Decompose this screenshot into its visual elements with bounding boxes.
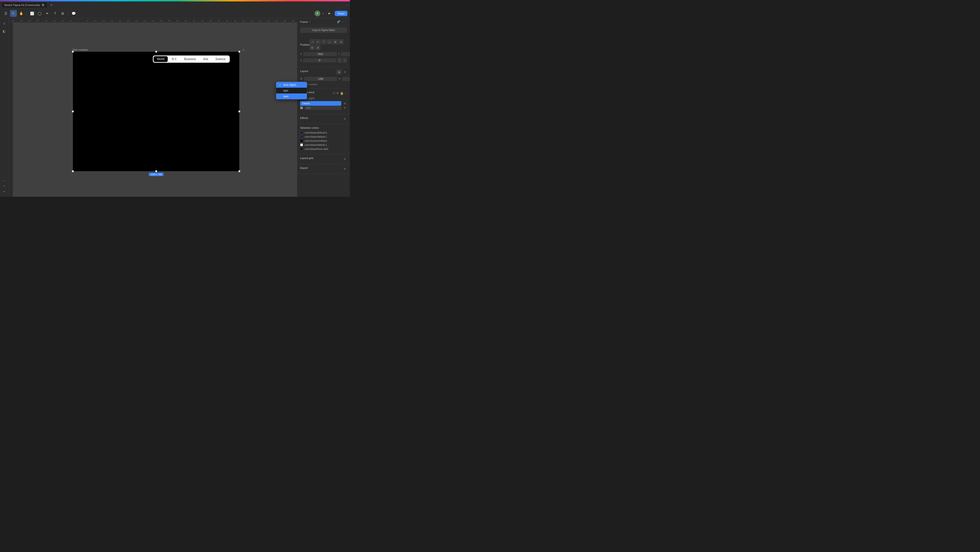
copy-slides-button[interactable]: Copy to Figma Slides xyxy=(300,27,347,33)
tab-arts[interactable]: Arts xyxy=(200,56,212,62)
color-swatch-3[interactable] xyxy=(300,139,303,142)
ruler-mark: 400 xyxy=(141,21,149,22)
corner-handle-br[interactable] xyxy=(239,170,240,172)
lock-icon[interactable]: 🔒 xyxy=(340,92,344,95)
w-input[interactable] xyxy=(304,77,337,81)
color-swatch-4[interactable] xyxy=(300,143,303,146)
mode-indicator[interactable]: ✓ Auto (light) xyxy=(300,97,347,100)
wh-row: W H 🔒 xyxy=(300,76,347,81)
stroke-add-button[interactable]: + xyxy=(343,106,347,110)
frame-container[interactable]: 1280 × 768 World N.Y. Business Arts Scie… xyxy=(73,51,240,171)
tokens-add-button[interactable]: + xyxy=(343,102,347,106)
layout-title: Layout xyxy=(300,70,308,73)
hand-icon[interactable]: ✋ xyxy=(18,10,24,17)
ruler-mark: 450 xyxy=(149,21,157,22)
h-input[interactable] xyxy=(342,77,350,81)
tab-close-button[interactable]: × xyxy=(41,3,45,6)
more-icon[interactable]: ··· xyxy=(345,3,348,7)
x-input[interactable] xyxy=(303,52,337,56)
link-icon[interactable]: 🔗 xyxy=(337,20,340,23)
pen-tool-icon[interactable]: ✒ xyxy=(44,10,51,17)
checkbox-icon[interactable]: ☐ xyxy=(332,92,335,95)
handle-mid-bottom[interactable] xyxy=(155,170,157,172)
more-options-icon[interactable]: ··· xyxy=(345,21,347,23)
dropdown-item-dark[interactable]: dark xyxy=(276,94,307,99)
layers-icon[interactable]: ≡ xyxy=(1,20,8,27)
x-label: X xyxy=(300,53,302,56)
share-button[interactable]: Share xyxy=(335,11,347,16)
zoom-out-icon[interactable]: − xyxy=(1,177,8,184)
color-swatch-1[interactable] xyxy=(300,131,303,134)
tab-label: NextUI Figma Kit (Community) xyxy=(4,3,40,6)
user-avatar: A xyxy=(315,11,320,16)
effects-add-button[interactable]: + xyxy=(343,117,347,121)
stroke-color-swatch[interactable] xyxy=(300,106,303,109)
grid-icon[interactable]: ⊞ xyxy=(336,70,342,75)
ruler-mark: 750 xyxy=(198,21,206,22)
layout-add-button[interactable]: + xyxy=(343,70,347,74)
text-tool-icon[interactable]: T xyxy=(52,10,58,17)
color-row-3: colors/common/black xyxy=(300,139,347,142)
ruler-mark: -300 xyxy=(25,21,33,22)
color-name-4: colors/base/default-1... xyxy=(304,144,329,146)
layout-grid-add-button[interactable]: + xyxy=(343,157,347,161)
zoom-in-icon[interactable]: + xyxy=(1,188,8,195)
export-add-button[interactable]: + xyxy=(343,167,347,171)
selection-colors-section: Selection colors colors/base/default-5..… xyxy=(297,124,350,154)
add-tab-button[interactable]: + xyxy=(49,2,54,8)
appearance-more-icon[interactable]: ··· xyxy=(345,92,347,95)
resource-icon[interactable]: ⊞ xyxy=(59,10,66,17)
tab-ny[interactable]: N.Y. xyxy=(168,56,180,62)
tokens-input[interactable] xyxy=(300,101,341,106)
layout-grid-row: Layout grid + xyxy=(300,157,347,162)
rotation-input[interactable] xyxy=(303,59,336,62)
handle-mid-right[interactable] xyxy=(239,111,240,113)
dropdown-item-light[interactable]: light xyxy=(276,88,307,94)
dropdown-item-auto[interactable]: ✓ Auto (light) xyxy=(276,82,307,88)
color-name-3: colors/common/black xyxy=(304,140,327,142)
align-center-h-icon[interactable]: ⊢ xyxy=(315,39,321,44)
forward-icon[interactable]: → xyxy=(341,21,344,23)
stroke-input[interactable] xyxy=(304,106,341,110)
corner-handle-tr[interactable] xyxy=(239,51,240,52)
shape-tool-icon[interactable]: ◯ xyxy=(36,10,43,17)
constraint-icon-1[interactable]: ↔ xyxy=(337,58,342,63)
active-tab[interactable]: NextUI Figma Kit (Community) × xyxy=(2,3,47,8)
tab-world[interactable]: World xyxy=(154,56,168,62)
toolbar-left: ☰ ↖ ✋ ⬜ ◯ ✒ T ⊞ 💬 xyxy=(2,10,77,17)
ruler-mark: 650 xyxy=(182,21,190,22)
corner-handle-bl[interactable] xyxy=(72,170,74,172)
color-swatch-2[interactable] xyxy=(300,135,303,138)
align-top-icon[interactable]: ⊥ xyxy=(327,39,332,44)
export-title: Export xyxy=(300,167,308,169)
align-center-v-icon[interactable]: ⊞ xyxy=(332,39,338,44)
mode-dropdown[interactable]: ✓ Auto (light) light dark xyxy=(276,82,307,100)
play-button[interactable]: ▶ xyxy=(326,10,333,17)
tab-science[interactable]: Science xyxy=(212,56,229,62)
align-bottom-icon[interactable]: ⊟ xyxy=(310,45,315,50)
distribute-icon[interactable]: ⊡ xyxy=(338,39,344,44)
align-right-icon[interactable]: ⊤ xyxy=(321,39,326,44)
ruler-mark: 100 xyxy=(91,21,99,22)
color-name-5: colors/base/force-dark xyxy=(304,148,328,151)
y-input[interactable] xyxy=(341,52,350,56)
avatar-dropdown[interactable]: ▼ xyxy=(322,12,324,15)
align-left-icon[interactable]: ⊣ xyxy=(310,39,315,44)
menu-icon[interactable]: ☰ xyxy=(2,10,9,17)
ruler-mark: 700 xyxy=(190,21,198,22)
color-swatch-5[interactable] xyxy=(300,148,303,151)
assets-icon[interactable]: ◧ xyxy=(1,28,8,35)
ruler-mark: 250 xyxy=(116,21,124,22)
align-spacing-icon[interactable]: ⊕ xyxy=(315,45,321,50)
handle-mid-left[interactable] xyxy=(72,111,74,113)
ruler-left xyxy=(9,22,13,197)
canvas[interactable]: -400 -350 -300 -250 -200 -150 -100 -50 0… xyxy=(9,18,297,197)
cursor-icon[interactable]: ↖ xyxy=(10,10,17,17)
frame-tool-icon[interactable]: ⬜ xyxy=(29,10,35,17)
tab-business[interactable]: Business xyxy=(181,56,199,62)
handle-mid-top[interactable] xyxy=(155,51,157,52)
eye-icon[interactable]: 👁 xyxy=(336,92,339,95)
comment-icon[interactable]: 💬 xyxy=(70,10,77,17)
constraint-icon-2[interactable]: ↕ xyxy=(343,58,347,63)
color-row-1: colors/base/default-5... xyxy=(300,131,347,134)
